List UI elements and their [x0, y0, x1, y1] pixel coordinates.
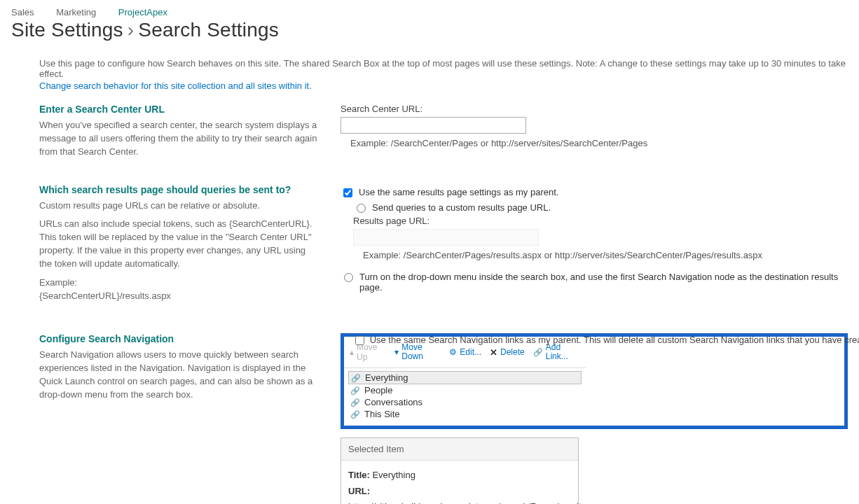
- nav-item-people[interactable]: People: [348, 384, 582, 396]
- crumb-sales[interactable]: Sales: [11, 7, 34, 18]
- edit-button[interactable]: Edit...: [446, 346, 484, 358]
- opt-custom-url: Send queries to a custom results page UR…: [372, 202, 551, 213]
- nav-item-this-site[interactable]: This Site: [348, 408, 582, 420]
- s3-title: Configure Search Navigation: [39, 333, 319, 344]
- crumb-marketing[interactable]: Marketing: [56, 7, 96, 18]
- nav-list: Everything People Conversations This Sit…: [344, 368, 586, 426]
- use-parent-nav-checkbox[interactable]: [355, 336, 364, 345]
- s1-title: Enter a Search Center URL: [39, 104, 319, 115]
- dropdown-radio[interactable]: [344, 273, 353, 282]
- link-icon: [533, 347, 543, 357]
- custom-results-radio[interactable]: [357, 204, 366, 213]
- s2-example: Example: /SearchCenter/Pages/results.asp…: [363, 250, 848, 260]
- results-url-label: Results page URL:: [353, 216, 848, 226]
- opt-dropdown: Turn on the drop-down menu inside the se…: [359, 272, 848, 293]
- arrow-up-icon: ▴: [350, 347, 354, 357]
- link-icon: [350, 409, 360, 419]
- s1-example: Example: /SearchCenter/Pages or http://s…: [350, 138, 848, 148]
- sel-title: Everything: [372, 470, 415, 480]
- search-center-url-input[interactable]: [341, 117, 526, 134]
- s2-desc1: Custom results page URLs can be relative…: [39, 200, 319, 213]
- delete-button[interactable]: ✕Delete: [487, 346, 528, 359]
- link-icon: [351, 372, 361, 383]
- s1-field-label: Search Center URL:: [341, 104, 848, 114]
- results-url-input: [353, 229, 539, 246]
- breadcrumb: Sales Marketing ProjectApex: [11, 7, 848, 18]
- nav-item-conversations[interactable]: Conversations: [348, 396, 582, 408]
- page-title: Site Settings›Search Settings: [11, 19, 848, 41]
- use-parent-results-checkbox[interactable]: [343, 188, 352, 197]
- arrow-down-icon: ▾: [394, 347, 399, 357]
- s3-desc: Search Navigation allows users to move q…: [39, 349, 319, 401]
- nav-item-everything[interactable]: Everything: [348, 371, 582, 384]
- link-icon: [350, 397, 360, 407]
- opt-use-parent: Use the same results page settings as my…: [359, 187, 558, 197]
- s2-desc3: Example:: [39, 276, 319, 290]
- close-icon: ✕: [490, 347, 497, 358]
- change-behavior-link[interactable]: Change search behavior for this site col…: [39, 80, 848, 91]
- intro-text: Use this page to configure how Search be…: [39, 58, 848, 79]
- s2-desc2: URLs can also include special tokens, su…: [39, 218, 319, 270]
- s1-desc: When you've specified a search center, t…: [39, 119, 319, 159]
- selected-item-header: Selected Item: [341, 438, 578, 461]
- crumb-projectapex[interactable]: ProjectApex: [118, 7, 167, 18]
- s2-desc4: {SearchCenterURL}/results.aspx: [39, 290, 319, 303]
- sel-url: https://citizenbuilders.sharepoint.com/s…: [348, 501, 607, 504]
- s2-title: Which search results page should queries…: [39, 184, 319, 195]
- use-parent-nav-label: Use the same Search Navigation links as …: [370, 335, 859, 345]
- selected-item-box: Selected Item Title: Everything URL:http…: [341, 438, 579, 504]
- link-icon: [350, 385, 360, 396]
- gear-icon: [449, 347, 457, 357]
